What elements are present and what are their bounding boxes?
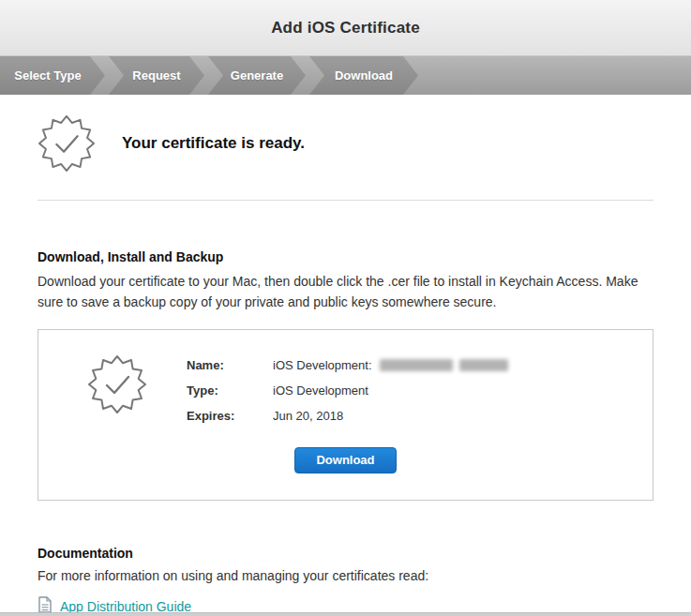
name-value: iOS Development: [273, 358, 508, 372]
certificate-seal-icon [38, 114, 96, 173]
download-install-body: Download your certificate to your Mac, t… [38, 272, 653, 312]
step-label: Generate [231, 68, 283, 83]
redacted-name-block [459, 359, 508, 371]
page-title: Add iOS Certificate [271, 19, 420, 38]
certificate-name-row: Name: iOS Development: [187, 358, 508, 372]
certificate-ready-heading: Your certificate is ready. [122, 134, 305, 153]
wizard-progress-bar: Select Type Request Generate Download [0, 56, 691, 95]
type-label: Type: [187, 383, 273, 398]
expires-label: Expires: [187, 409, 273, 423]
step-download: Download [309, 56, 418, 95]
step-label: Select Type [14, 68, 81, 83]
certificate-seal-icon-small [87, 354, 147, 414]
section-divider [38, 200, 653, 201]
type-value: iOS Development [273, 383, 368, 398]
step-select-type: Select Type [0, 56, 105, 95]
name-label: Name: [187, 358, 273, 372]
download-button[interactable]: Download [294, 447, 396, 473]
step-label: Request [132, 68, 180, 83]
certificate-type-row: Type: iOS Development [187, 383, 508, 398]
expires-value: Jun 20, 2018 [273, 409, 343, 423]
certificate-details: Name: iOS Development: Type: iOS Develop… [187, 358, 508, 434]
step-generate: Generate [208, 56, 306, 95]
certificate-expires-row: Expires: Jun 20, 2018 [187, 409, 508, 423]
page-header: Add iOS Certificate [0, 0, 691, 56]
download-install-heading: Download, Install and Backup [38, 249, 653, 264]
certificate-summary-box: Name: iOS Development: Type: iOS Develop… [38, 329, 653, 501]
footer-top-edge [0, 612, 691, 616]
step-request: Request [109, 56, 204, 95]
redacted-name-block [380, 359, 453, 371]
certificate-ready-banner: Your certificate is ready. [38, 113, 653, 173]
step-label: Download [335, 68, 393, 83]
main-content: Your certificate is ready. Download, Ins… [0, 113, 691, 616]
documentation-body: For more information on using and managi… [38, 568, 653, 583]
documentation-heading: Documentation [38, 546, 653, 561]
